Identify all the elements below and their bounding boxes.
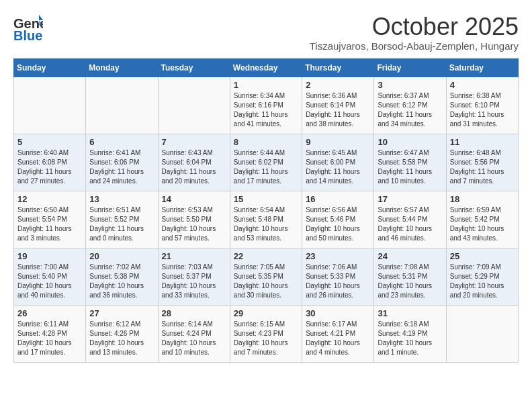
calendar-cell: 3Sunrise: 6:37 AMSunset: 6:12 PMDaylight… bbox=[374, 77, 446, 134]
day-info: Sunrise: 6:17 AMSunset: 4:21 PMDaylight:… bbox=[306, 320, 370, 357]
header: General Blue October 2025 Tiszaujvaros, … bbox=[13, 13, 519, 52]
calendar-week-4: 19Sunrise: 7:00 AMSunset: 5:40 PMDayligh… bbox=[14, 248, 519, 305]
logo-row: General Blue bbox=[13, 13, 43, 43]
day-number: 31 bbox=[378, 308, 442, 318]
calendar-cell: 17Sunrise: 6:57 AMSunset: 5:44 PMDayligh… bbox=[374, 191, 446, 248]
day-info: Sunrise: 6:43 AMSunset: 6:04 PMDaylight:… bbox=[162, 148, 226, 186]
day-header-friday: Friday bbox=[374, 58, 446, 77]
day-number: 4 bbox=[450, 80, 515, 90]
day-number: 26 bbox=[17, 308, 82, 318]
day-number: 6 bbox=[89, 137, 154, 147]
day-number: 9 bbox=[306, 137, 370, 147]
day-header-monday: Monday bbox=[86, 58, 158, 77]
calendar-cell: 27Sunrise: 6:12 AMSunset: 4:26 PMDayligh… bbox=[86, 305, 158, 362]
calendar-cell: 26Sunrise: 6:11 AMSunset: 4:28 PMDayligh… bbox=[14, 305, 86, 362]
day-number: 1 bbox=[234, 80, 298, 90]
calendar-body: 1Sunrise: 6:34 AMSunset: 6:16 PMDaylight… bbox=[14, 77, 519, 362]
calendar-cell: 7Sunrise: 6:43 AMSunset: 6:04 PMDaylight… bbox=[158, 134, 230, 191]
calendar-cell bbox=[158, 77, 230, 134]
day-info: Sunrise: 6:34 AMSunset: 6:16 PMDaylight:… bbox=[234, 91, 298, 129]
day-info: Sunrise: 6:45 AMSunset: 6:00 PMDaylight:… bbox=[306, 148, 370, 186]
day-number: 21 bbox=[162, 251, 226, 261]
day-header-wednesday: Wednesday bbox=[230, 58, 302, 77]
day-number: 12 bbox=[17, 194, 82, 204]
calendar-week-1: 1Sunrise: 6:34 AMSunset: 6:16 PMDaylight… bbox=[14, 77, 519, 134]
calendar-cell: 20Sunrise: 7:02 AMSunset: 5:38 PMDayligh… bbox=[86, 248, 158, 305]
day-number: 20 bbox=[89, 251, 154, 261]
calendar-cell: 23Sunrise: 7:06 AMSunset: 5:33 PMDayligh… bbox=[302, 248, 374, 305]
calendar-cell bbox=[446, 305, 518, 362]
day-number: 10 bbox=[378, 137, 442, 147]
day-info: Sunrise: 7:05 AMSunset: 5:35 PMDaylight:… bbox=[234, 263, 298, 300]
calendar-cell: 29Sunrise: 6:15 AMSunset: 4:23 PMDayligh… bbox=[230, 305, 302, 362]
day-number: 28 bbox=[162, 308, 226, 318]
day-info: Sunrise: 6:14 AMSunset: 4:24 PMDaylight:… bbox=[162, 320, 226, 357]
day-info: Sunrise: 7:06 AMSunset: 5:33 PMDaylight:… bbox=[306, 263, 370, 300]
day-number: 18 bbox=[450, 194, 515, 204]
day-info: Sunrise: 6:12 AMSunset: 4:26 PMDaylight:… bbox=[89, 320, 154, 357]
calendar-cell: 28Sunrise: 6:14 AMSunset: 4:24 PMDayligh… bbox=[158, 305, 230, 362]
calendar-cell: 31Sunrise: 6:18 AMSunset: 4:19 PMDayligh… bbox=[374, 305, 446, 362]
day-info: Sunrise: 6:40 AMSunset: 6:08 PMDaylight:… bbox=[17, 148, 82, 186]
svg-text:Blue: Blue bbox=[13, 28, 42, 43]
calendar-week-3: 12Sunrise: 6:50 AMSunset: 5:54 PMDayligh… bbox=[14, 191, 519, 248]
calendar-cell: 13Sunrise: 6:51 AMSunset: 5:52 PMDayligh… bbox=[86, 191, 158, 248]
logo-icon: General Blue bbox=[13, 13, 43, 43]
day-number: 25 bbox=[450, 251, 515, 261]
day-number: 19 bbox=[17, 251, 82, 261]
day-number: 15 bbox=[234, 194, 298, 204]
day-info: Sunrise: 7:02 AMSunset: 5:38 PMDaylight:… bbox=[89, 263, 154, 300]
calendar-cell: 18Sunrise: 6:59 AMSunset: 5:42 PMDayligh… bbox=[446, 191, 518, 248]
calendar-week-2: 5Sunrise: 6:40 AMSunset: 6:08 PMDaylight… bbox=[14, 134, 519, 191]
calendar-cell: 14Sunrise: 6:53 AMSunset: 5:50 PMDayligh… bbox=[158, 191, 230, 248]
day-header-thursday: Thursday bbox=[302, 58, 374, 77]
month-title: October 2025 bbox=[310, 13, 519, 40]
calendar-cell: 8Sunrise: 6:44 AMSunset: 6:02 PMDaylight… bbox=[230, 134, 302, 191]
day-info: Sunrise: 6:51 AMSunset: 5:52 PMDaylight:… bbox=[89, 205, 154, 243]
day-number: 27 bbox=[89, 308, 154, 318]
day-number: 8 bbox=[234, 137, 298, 147]
day-info: Sunrise: 6:57 AMSunset: 5:44 PMDaylight:… bbox=[378, 205, 442, 243]
calendar-cell: 25Sunrise: 7:09 AMSunset: 5:29 PMDayligh… bbox=[446, 248, 518, 305]
calendar-cell: 6Sunrise: 6:41 AMSunset: 6:06 PMDaylight… bbox=[86, 134, 158, 191]
calendar-cell bbox=[14, 77, 86, 134]
calendar-cell: 30Sunrise: 6:17 AMSunset: 4:21 PMDayligh… bbox=[302, 305, 374, 362]
day-info: Sunrise: 7:00 AMSunset: 5:40 PMDaylight:… bbox=[17, 263, 82, 300]
calendar-cell: 9Sunrise: 6:45 AMSunset: 6:00 PMDaylight… bbox=[302, 134, 374, 191]
day-number: 24 bbox=[378, 251, 442, 261]
day-info: Sunrise: 6:53 AMSunset: 5:50 PMDaylight:… bbox=[162, 205, 226, 243]
calendar-cell: 16Sunrise: 6:56 AMSunset: 5:46 PMDayligh… bbox=[302, 191, 374, 248]
day-number: 23 bbox=[306, 251, 370, 261]
calendar-cell: 11Sunrise: 6:48 AMSunset: 5:56 PMDayligh… bbox=[446, 134, 518, 191]
day-info: Sunrise: 6:41 AMSunset: 6:06 PMDaylight:… bbox=[89, 148, 154, 186]
calendar-cell: 5Sunrise: 6:40 AMSunset: 6:08 PMDaylight… bbox=[14, 134, 86, 191]
day-header-tuesday: Tuesday bbox=[158, 58, 230, 77]
logo-area: General Blue bbox=[13, 13, 43, 43]
calendar-cell: 24Sunrise: 7:08 AMSunset: 5:31 PMDayligh… bbox=[374, 248, 446, 305]
day-number: 2 bbox=[306, 80, 370, 90]
day-info: Sunrise: 6:11 AMSunset: 4:28 PMDaylight:… bbox=[17, 320, 82, 357]
calendar-week-5: 26Sunrise: 6:11 AMSunset: 4:28 PMDayligh… bbox=[14, 305, 519, 362]
calendar-cell: 1Sunrise: 6:34 AMSunset: 6:16 PMDaylight… bbox=[230, 77, 302, 134]
calendar-cell: 15Sunrise: 6:54 AMSunset: 5:48 PMDayligh… bbox=[230, 191, 302, 248]
location-title: Tiszaujvaros, Borsod-Abauj-Zemplen, Hung… bbox=[310, 40, 519, 52]
day-info: Sunrise: 6:36 AMSunset: 6:14 PMDaylight:… bbox=[306, 91, 370, 129]
day-number: 30 bbox=[306, 308, 370, 318]
day-info: Sunrise: 6:18 AMSunset: 4:19 PMDaylight:… bbox=[378, 320, 442, 357]
day-info: Sunrise: 6:50 AMSunset: 5:54 PMDaylight:… bbox=[17, 205, 82, 243]
day-number: 7 bbox=[162, 137, 226, 147]
day-info: Sunrise: 6:47 AMSunset: 5:58 PMDaylight:… bbox=[378, 148, 442, 186]
day-number: 17 bbox=[378, 194, 442, 204]
calendar-cell: 19Sunrise: 7:00 AMSunset: 5:40 PMDayligh… bbox=[14, 248, 86, 305]
calendar-cell: 12Sunrise: 6:50 AMSunset: 5:54 PMDayligh… bbox=[14, 191, 86, 248]
day-info: Sunrise: 6:37 AMSunset: 6:12 PMDaylight:… bbox=[378, 91, 442, 129]
day-info: Sunrise: 6:38 AMSunset: 6:10 PMDaylight:… bbox=[450, 91, 515, 129]
day-info: Sunrise: 6:56 AMSunset: 5:46 PMDaylight:… bbox=[306, 205, 370, 243]
day-number: 13 bbox=[89, 194, 154, 204]
day-info: Sunrise: 6:44 AMSunset: 6:02 PMDaylight:… bbox=[234, 148, 298, 186]
day-number: 14 bbox=[162, 194, 226, 204]
calendar-header-row: SundayMondayTuesdayWednesdayThursdayFrid… bbox=[14, 58, 519, 77]
day-info: Sunrise: 7:08 AMSunset: 5:31 PMDaylight:… bbox=[378, 263, 442, 300]
day-info: Sunrise: 7:03 AMSunset: 5:37 PMDaylight:… bbox=[162, 263, 226, 300]
day-number: 3 bbox=[378, 80, 442, 90]
